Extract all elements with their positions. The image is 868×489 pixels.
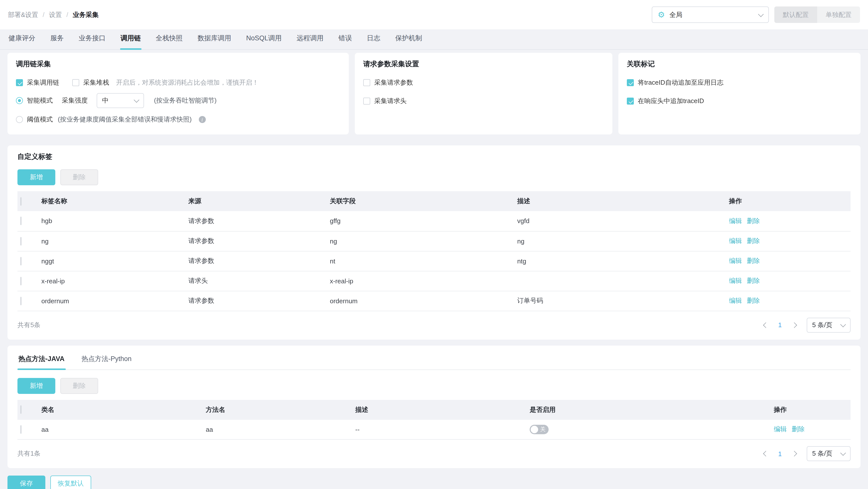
- row-checkbox[interactable]: [21, 276, 22, 285]
- delete-link[interactable]: 删除: [747, 217, 760, 225]
- page-number[interactable]: 1: [778, 450, 782, 457]
- select-all-checkbox[interactable]: [21, 197, 22, 205]
- delete-link[interactable]: 删除: [747, 237, 760, 244]
- table-header-row: 标签名称来源关联字段描述操作: [18, 191, 850, 211]
- tab-远程调用[interactable]: 远程调用: [296, 34, 324, 49]
- page-size-select[interactable]: 5 条/页: [807, 446, 850, 461]
- option-label: 采集请求参数: [374, 78, 413, 87]
- breadcrumb-item[interactable]: 部署&设置: [8, 10, 38, 19]
- custom-tags-table-body: hgb请求参数gffgvgfd编辑删除ng请求参数ngng编辑删除nggt请求参…: [18, 211, 850, 311]
- table-row: ng请求参数ngng编辑删除: [18, 231, 850, 251]
- method-desc-cell: --: [351, 420, 526, 439]
- info-icon[interactable]: i: [198, 116, 206, 123]
- row-actions-cell: 编辑删除: [725, 251, 850, 271]
- save-button[interactable]: 保存: [7, 476, 45, 489]
- card-title: 请求参数采集设置: [363, 60, 604, 69]
- delete-link[interactable]: 删除: [747, 297, 760, 304]
- tab-错误[interactable]: 错误: [338, 34, 352, 49]
- column-header: 标签名称: [37, 191, 184, 211]
- delete-link[interactable]: 删除: [747, 257, 760, 264]
- tab-热点方法-Python[interactable]: 热点方法-Python: [81, 352, 132, 369]
- pager: 1 5 条/页: [763, 318, 850, 332]
- tag-desc-cell: [513, 271, 725, 291]
- row-checkbox[interactable]: [21, 217, 22, 225]
- row-actions-cell: 编辑删除: [725, 291, 850, 311]
- edit-link[interactable]: 编辑: [774, 425, 787, 433]
- tab-全栈快照[interactable]: 全栈快照: [155, 34, 183, 49]
- page-number[interactable]: 1: [778, 321, 782, 329]
- option-checkbox[interactable]: [627, 98, 634, 105]
- threshold-mode-radio[interactable]: [16, 116, 23, 123]
- option-row: 采集请求参数: [363, 78, 604, 87]
- row-actions-cell: 编辑删除: [725, 231, 850, 251]
- tag-source-cell: 请求头: [184, 271, 326, 291]
- tab-调用链[interactable]: 调用链: [120, 34, 141, 49]
- tab-日志[interactable]: 日志: [367, 34, 381, 49]
- tab-热点方法-JAVA[interactable]: 热点方法-JAVA: [18, 352, 65, 369]
- tab-服务[interactable]: 服务: [50, 34, 64, 49]
- chevron-left-icon: [763, 322, 769, 328]
- row-checkbox[interactable]: [21, 237, 22, 245]
- collect-stack-checkbox[interactable]: [72, 79, 79, 86]
- option-checkbox[interactable]: [363, 79, 370, 86]
- collect-stack-label: 采集堆栈: [83, 78, 109, 87]
- delete-link[interactable]: 删除: [792, 425, 805, 433]
- page-size-select[interactable]: 5 条/页: [807, 318, 850, 332]
- tag-source-cell: 请求参数: [184, 291, 326, 311]
- separate-config-button[interactable]: 单独配置: [817, 6, 860, 23]
- tab-业务接口[interactable]: 业务接口: [78, 34, 106, 49]
- scope-select[interactable]: ⚙ 全局: [652, 6, 769, 23]
- row-checkbox[interactable]: [21, 297, 22, 305]
- collect-trace-checkbox[interactable]: [16, 79, 23, 86]
- tab-数据库调用[interactable]: 数据库调用: [197, 34, 232, 49]
- edit-link[interactable]: 编辑: [729, 257, 742, 264]
- page-size-value: 5 条/页: [812, 320, 832, 329]
- delete-link[interactable]: 删除: [747, 277, 760, 284]
- column-header: 操作: [725, 191, 850, 211]
- next-page-button[interactable]: [791, 321, 798, 328]
- edit-link[interactable]: 编辑: [729, 237, 742, 244]
- option-checkbox[interactable]: [363, 98, 370, 105]
- edit-link[interactable]: 编辑: [729, 217, 742, 225]
- top-bar-right: ⚙ 全局 默认配置 单独配置: [652, 6, 860, 23]
- strength-select-value: 中: [102, 96, 108, 105]
- smart-mode-hint: (按业务吞吐智能调节): [154, 96, 217, 105]
- tab-健康评分[interactable]: 健康评分: [8, 34, 36, 49]
- row-select-cell: [18, 251, 37, 271]
- prev-page-button[interactable]: [763, 450, 769, 457]
- tag-field-cell: gffg: [326, 211, 513, 231]
- enabled-cell: 关: [526, 420, 770, 439]
- method-name-cell: aa: [202, 420, 351, 439]
- reset-default-button[interactable]: 恢复默认: [50, 476, 91, 489]
- row-checkbox[interactable]: [21, 425, 22, 434]
- smart-mode-radio[interactable]: [16, 97, 23, 104]
- default-config-button[interactable]: 默认配置: [774, 6, 817, 23]
- select-all-checkbox[interactable]: [21, 405, 22, 414]
- edit-link[interactable]: 编辑: [729, 297, 742, 304]
- breadcrumb-item[interactable]: 设置: [49, 10, 62, 19]
- delete-method-button[interactable]: 删除: [60, 378, 98, 394]
- request-params-options: 采集请求参数采集请求头: [363, 78, 604, 105]
- card-trace-collection: 调用链采集 采集调用链 采集堆栈 开启后，对系统资源消耗占比会增加，谨慎开启！ …: [7, 53, 349, 134]
- option-checkbox[interactable]: [627, 79, 634, 86]
- tag-source-cell: 请求参数: [184, 251, 326, 271]
- prev-page-button[interactable]: [763, 321, 769, 328]
- hot-methods-tab-bar: 热点方法-JAVA热点方法-Python: [18, 352, 850, 370]
- threshold-mode-hint: (按业务健康度阈值采集全部错误和慢请求快照): [58, 115, 192, 124]
- row-select-cell: [18, 231, 37, 251]
- edit-link[interactable]: 编辑: [729, 277, 742, 284]
- tab-NoSQL调用[interactable]: NoSQL调用: [246, 34, 282, 49]
- tag-source-cell: 请求参数: [184, 211, 326, 231]
- tab-保护机制[interactable]: 保护机制: [395, 34, 423, 49]
- option-row: 在响应头中追加traceID: [627, 97, 852, 105]
- table-row: ordernum请求参数ordernum订单号码编辑删除: [18, 291, 850, 311]
- strength-select[interactable]: 中: [97, 93, 144, 108]
- next-page-button[interactable]: [791, 450, 798, 457]
- select-all-cell: [18, 191, 37, 211]
- enable-toggle[interactable]: 关: [530, 425, 549, 434]
- delete-tag-button[interactable]: 删除: [60, 169, 98, 185]
- add-tag-button[interactable]: 新增: [18, 169, 55, 185]
- chevron-down-icon: [840, 450, 846, 456]
- row-checkbox[interactable]: [21, 257, 22, 265]
- add-method-button[interactable]: 新增: [18, 378, 55, 394]
